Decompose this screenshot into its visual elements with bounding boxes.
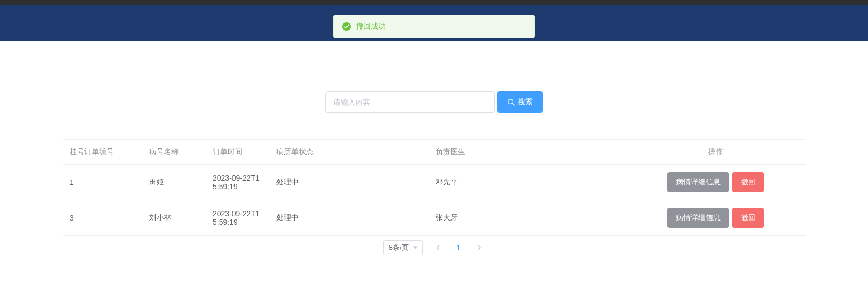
page-next[interactable] [473,243,485,252]
cell-operate: 病情详细信息撤回 [626,165,806,200]
cell-operate: 病情详细信息撤回 [626,200,806,236]
success-toast: 撤回成功 [333,15,535,38]
search-row: 搜索 [0,91,868,113]
detail-button[interactable]: 病情详细信息 [667,172,729,192]
svg-line-2 [513,104,515,106]
search-button[interactable]: 搜索 [497,91,543,113]
cell-order_time: 2023-09-22T15:59:19 [206,165,270,200]
page-number-current[interactable]: 1 [454,243,464,252]
search-input[interactable] [325,91,495,113]
pagination: 8条/页 1 [0,236,868,266]
header-bar: 撤回成功 [0,5,868,41]
th-order-time: 订单时间 [206,140,270,165]
detail-button[interactable]: 病情详细信息 [667,208,729,228]
th-order-id: 挂号订单编号 [63,140,143,165]
cell-blank [493,165,626,200]
cell-patient_name: 刘小林 [143,200,206,236]
search-icon [507,98,515,106]
withdraw-button[interactable]: 撤回 [732,208,764,228]
withdraw-button[interactable]: 撤回 [732,172,764,192]
th-blank [493,140,626,165]
cell-record_status: 处理中 [270,200,429,236]
th-doctor: 负责医生 [429,140,493,165]
page-prev[interactable] [432,243,444,252]
page-size-select[interactable]: 8条/页 [383,240,423,255]
cell-record_status: 处理中 [270,165,429,200]
sub-header [0,41,868,70]
table-row: 1田姬2023-09-22T15:59:19处理中邓先平病情详细信息撤回 [63,165,806,200]
main-content: 搜索 挂号订单编号 病号名称 订单时间 病历单状态 负责医生 操作 1田姬202… [0,70,868,268]
cell-blank [493,200,626,236]
table-row: 3刘小林2023-09-22T15:59:19处理中张大牙病情详细信息撤回 [63,200,806,236]
cell-doctor: 张大牙 [429,200,493,236]
th-operate: 操作 [626,140,806,165]
cell-order_id: 1 [63,165,143,200]
success-icon [342,22,351,31]
cell-order_time: 2023-09-22T15:59:19 [206,200,270,236]
page-size-label: 8条/页 [389,243,409,252]
cell-patient_name: 田姬 [143,165,206,200]
chevron-left-icon [436,245,441,250]
window-top-strip [0,0,868,5]
table-header-row: 挂号订单编号 病号名称 订单时间 病历单状态 负责医生 操作 [63,140,806,165]
cell-doctor: 邓先平 [429,165,493,200]
toast-message: 撤回成功 [356,22,386,31]
th-patient-name: 病号名称 [143,140,206,165]
search-button-label: 搜索 [518,97,533,107]
data-table: 挂号订单编号 病号名称 订单时间 病历单状态 负责医生 操作 1田姬2023-0… [63,139,805,236]
cell-order_id: 3 [63,200,143,236]
th-record-status: 病历单状态 [270,140,429,165]
chevron-right-icon [476,245,482,250]
